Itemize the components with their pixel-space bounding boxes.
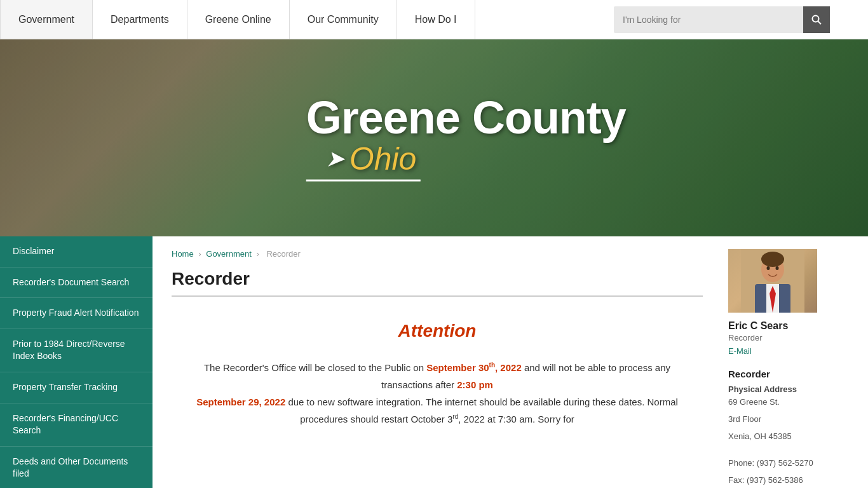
contact-section: Recorder Physical Address 69 Greene St. … [728, 369, 855, 488]
svg-point-8 [767, 266, 770, 270]
search-input[interactable] [614, 6, 803, 33]
sidebar-item-deeds-documents[interactable]: Deeds and Other Documents filed [0, 447, 153, 488]
search-button[interactable] [803, 6, 830, 33]
sidebar-item-disclaimer[interactable]: Disclaimer [0, 236, 153, 268]
nav-items: Government Departments Greene Online Our… [0, 0, 475, 39]
fax: Fax: (937) 562-5386 [728, 474, 855, 487]
svg-point-9 [776, 266, 779, 270]
search-area [614, 6, 830, 33]
breadcrumb-government[interactable]: Government [206, 249, 252, 259]
nav-item-departments[interactable]: Departments [93, 0, 187, 39]
hero-arrow-icon: ➤ [325, 146, 344, 172]
sidebar-item-financing-ucc[interactable]: Recorder's Financing/UCC Search [0, 403, 153, 447]
nav-item-government[interactable]: Government [0, 0, 93, 39]
main-content: Home › Government › Recorder Recorder At… [153, 236, 722, 488]
staff-photo [728, 249, 817, 313]
sidebar-item-property-fraud-alert[interactable]: Property Fraud Alert Notification [0, 298, 153, 329]
body-part1: The Recorder's Office will be closed to … [204, 362, 426, 373]
staff-name: Eric C Sears [728, 320, 855, 332]
address-line2: 3rd Floor [728, 413, 855, 426]
hero-logo: Greene County ➤ Ohio [306, 95, 626, 182]
sidebar-item-recorders-document-search[interactable]: Recorder's Document Search [0, 268, 153, 299]
search-icon [811, 15, 822, 25]
breadcrumb-current: Recorder [266, 249, 300, 259]
staff-email-link[interactable]: E-Mail [728, 346, 855, 356]
staff-photo-image [741, 249, 804, 313]
nav-item-our-community[interactable]: Our Community [290, 0, 397, 39]
top-navigation: Government Departments Greene Online Our… [0, 0, 868, 39]
breadcrumb-sep2: › [256, 249, 259, 259]
right-sidebar: Eric C Sears Recorder E-Mail Recorder Ph… [722, 236, 868, 488]
phone: Phone: (937) 562-5270 [728, 457, 855, 470]
content-box: Attention The Recorder's Office will be … [172, 309, 703, 434]
svg-point-0 [813, 15, 819, 22]
date1: September 30th, 2022 [426, 362, 522, 373]
hero-banner: Greene County ➤ Ohio [0, 39, 868, 236]
main-wrapper: Disclaimer Recorder's Document Search Pr… [0, 236, 868, 488]
hero-underline [306, 180, 421, 182]
nav-item-how-do-i[interactable]: How Do I [397, 0, 475, 39]
breadcrumb-home[interactable]: Home [172, 249, 194, 259]
hero-state-name: ➤ Ohio [325, 140, 626, 177]
sidebar-item-prior-1984[interactable]: Prior to 1984 Direct/Reverse Index Books [0, 329, 153, 372]
page-title: Recorder [172, 269, 703, 297]
body-part3: due to new software integration. The int… [285, 396, 678, 424]
breadcrumb: Home › Government › Recorder [172, 249, 703, 259]
address-label: Physical Address [728, 384, 855, 394]
attention-body: The Recorder's Office will be closed to … [184, 359, 690, 428]
address-line1: 69 Greene St. [728, 396, 855, 409]
attention-heading: Attention [184, 316, 690, 346]
svg-line-1 [818, 21, 822, 24]
sidebar-item-property-transfer[interactable]: Property Transfer Tracking [0, 372, 153, 403]
staff-title: Recorder [728, 333, 855, 342]
address-line3: Xenia, OH 45385 [728, 430, 855, 444]
hero-county-name: Greene County [306, 95, 626, 140]
sidebar: Disclaimer Recorder's Document Search Pr… [0, 236, 153, 488]
breadcrumb-sep1: › [198, 249, 201, 259]
contact-section-label: Recorder [728, 369, 855, 379]
nav-item-greene-online[interactable]: Greene Online [187, 0, 290, 39]
svg-point-4 [761, 252, 784, 267]
